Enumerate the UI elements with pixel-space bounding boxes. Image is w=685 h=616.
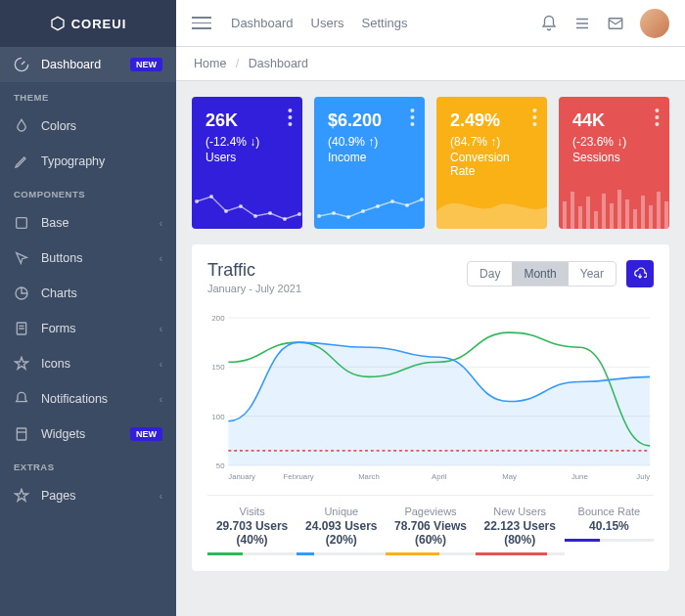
stat-value: 22.123 Users (80%) [476, 519, 565, 547]
traffic-title: Traffic [207, 260, 301, 281]
range-month[interactable]: Month [512, 262, 568, 286]
traffic-footer-stats: Visits 29.703 Users (40%) Unique 24.093 … [207, 495, 654, 555]
sidebar-item-buttons[interactable]: Buttons ‹ [0, 241, 176, 276]
nav-users[interactable]: Users [311, 16, 344, 30]
breadcrumb-home[interactable]: Home [194, 57, 226, 70]
sidebar-item-label: Icons [41, 357, 70, 371]
avatar[interactable] [640, 9, 669, 38]
menu-toggle-icon[interactable] [192, 14, 211, 33]
download-button[interactable] [626, 260, 654, 287]
sidebar-item-label: Typography [41, 154, 105, 168]
svg-rect-26 [594, 211, 598, 229]
card-value: 44K [572, 110, 656, 131]
range-day[interactable]: Day [468, 262, 512, 286]
stat-visits: Visits 29.703 Users (40%) [207, 506, 297, 555]
range-year[interactable]: Year [569, 262, 616, 286]
svg-rect-28 [610, 203, 614, 229]
card-sparkline [559, 182, 669, 229]
logo[interactable]: COREUI [0, 0, 176, 47]
sidebar-item-icons[interactable]: Icons ‹ [0, 346, 176, 381]
sidebar-item-notifications[interactable]: Notifications ‹ [0, 381, 176, 417]
svg-point-16 [346, 215, 350, 219]
cloud-download-icon [633, 267, 647, 281]
svg-point-21 [420, 198, 424, 201]
nav-settings[interactable]: Settings [362, 16, 408, 30]
card-value: 2.49% [450, 110, 533, 131]
svg-point-13 [297, 212, 301, 216]
traffic-panel: Traffic January - July 2021 Day Month Ye… [192, 244, 669, 571]
svg-text:July: July [636, 472, 650, 481]
star-icon [14, 356, 29, 372]
svg-rect-25 [586, 197, 590, 229]
sidebar-item-dashboard[interactable]: Dashboard NEW [0, 47, 176, 82]
svg-text:April: April [432, 472, 447, 481]
card-label: Conversion Rate [450, 151, 533, 178]
svg-point-9 [239, 204, 243, 208]
sidebar-item-label: Pages [41, 489, 75, 503]
sidebar-item-label: Widgets [41, 427, 85, 441]
stat-value: 24.093 Users (20%) [297, 519, 386, 547]
svg-rect-31 [633, 209, 637, 229]
card-income: ••• $6.200 (40.9% ↑) Income [314, 97, 425, 229]
stat-newusers: New Users 22.123 Users (80%) [476, 506, 565, 555]
star-icon [14, 488, 29, 504]
card-menu-icon[interactable]: ••• [410, 109, 415, 129]
header-nav: Dashboard Users Settings [231, 16, 408, 30]
svg-point-15 [332, 211, 336, 215]
list-icon[interactable] [573, 15, 591, 32]
stat-label: Pageviews [386, 506, 475, 517]
svg-rect-22 [563, 201, 567, 229]
badge-new: NEW [130, 427, 162, 441]
bell-icon[interactable] [540, 15, 558, 32]
stat-bar [297, 552, 386, 555]
sidebar-item-label: Colors [41, 119, 76, 133]
svg-rect-24 [578, 206, 582, 229]
sidebar-item-colors[interactable]: Colors [0, 109, 176, 144]
svg-rect-32 [641, 196, 645, 229]
card-users: ••• 26K (-12.4% ↓) Users [192, 97, 302, 229]
traffic-chart: 50100150200JanuaryFebruaryMarchAprilMayJ… [207, 312, 654, 483]
chevron-left-icon: ‹ [160, 359, 162, 370]
card-sparkline [436, 182, 547, 229]
card-sparkline [314, 182, 425, 229]
card-change: (40.9% ↑) [328, 135, 411, 149]
stat-bar [565, 539, 654, 542]
svg-point-17 [361, 209, 365, 213]
stat-label: Unique [297, 506, 386, 517]
card-change: (84.7% ↑) [450, 135, 533, 149]
svg-text:50: 50 [216, 462, 225, 470]
chevron-left-icon: ‹ [160, 218, 162, 229]
breadcrumb-separator: / [236, 57, 239, 70]
card-conversion: ••• 2.49% (84.7% ↑) Conversion Rate [436, 97, 547, 229]
chevron-left-icon: ‹ [160, 253, 162, 264]
sidebar-item-typography[interactable]: Typography [0, 144, 176, 179]
chevron-left-icon: ‹ [160, 491, 162, 502]
svg-text:May: May [502, 472, 517, 481]
card-change: (-23.6% ↓) [572, 135, 656, 149]
card-menu-icon[interactable]: ••• [655, 109, 660, 129]
svg-text:February: February [284, 472, 314, 481]
puzzle-icon [14, 215, 29, 231]
card-label: Income [328, 151, 411, 164]
svg-text:200: 200 [212, 314, 226, 323]
stat-bar [386, 552, 475, 555]
sidebar-item-charts[interactable]: Charts [0, 276, 176, 311]
envelope-icon[interactable] [607, 15, 624, 32]
sidebar-item-widgets[interactable]: Widgets NEW [0, 417, 176, 452]
svg-text:150: 150 [212, 363, 226, 372]
stat-bar [207, 552, 297, 555]
svg-point-18 [376, 204, 380, 208]
sidebar-item-pages[interactable]: Pages ‹ [0, 478, 176, 513]
sidebar-item-forms[interactable]: Forms ‹ [0, 311, 176, 346]
stat-label: Visits [207, 506, 297, 517]
nav-dashboard[interactable]: Dashboard [231, 16, 294, 30]
cursor-icon [14, 250, 29, 266]
svg-rect-1 [17, 218, 27, 229]
sidebar-item-base[interactable]: Base ‹ [0, 205, 176, 241]
sidebar: COREUI Dashboard NEW THEME Colors Typogr… [0, 0, 176, 616]
card-menu-icon[interactable]: ••• [532, 109, 537, 129]
card-menu-icon[interactable]: ••• [288, 109, 293, 129]
traffic-subtitle: January - July 2021 [207, 283, 301, 294]
header: Dashboard Users Settings [176, 0, 685, 47]
badge-new: NEW [130, 58, 162, 71]
